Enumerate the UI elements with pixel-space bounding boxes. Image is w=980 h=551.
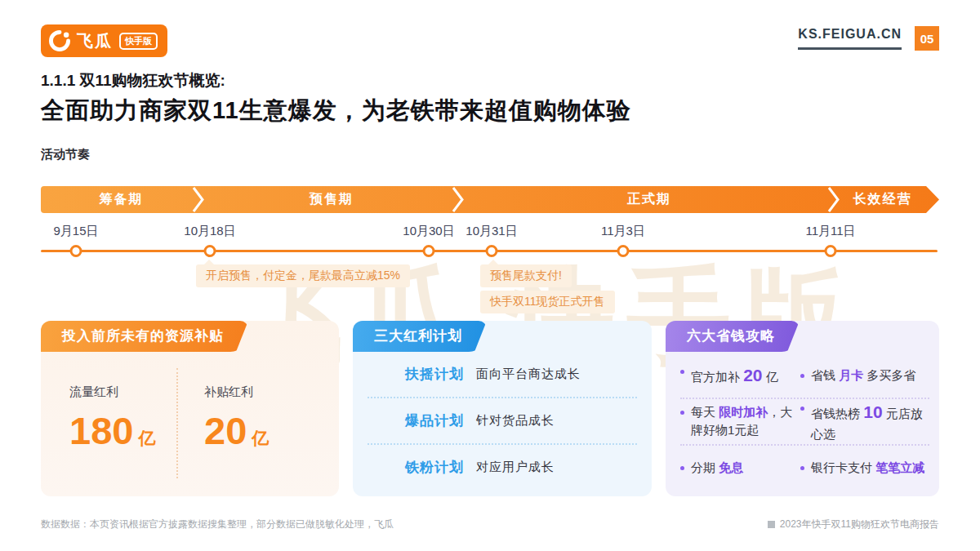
timeline-dot [486,245,498,257]
phase-longterm: 长效经营 [837,186,939,213]
annotation-presale-start: 开启预售，付定金，尾款最高立减15% [196,264,410,287]
bullet-dot-icon [680,370,684,374]
header-right: KS.FEIGUA.CN 05 [798,26,939,51]
footer-report-title: 2023年快手双11购物狂欢节电商报告 [768,518,939,531]
bullet-dot-icon [800,466,804,470]
strategy-item: 官方加补 20 亿 [680,362,795,389]
subsidy-item-subsidy: 补贴红利 20亿 [204,384,269,450]
strategy-accent: 20 [743,366,762,384]
strategy-accent: 10 [863,402,882,421]
timeline-date: 11月11日 [805,224,855,239]
timeline-dot [70,245,82,257]
plan-name: 铁粉计划 [405,458,464,477]
card-resource-subsidy: 投入前所未有的资源补贴 流量红利 180亿 补贴红利 20亿 [41,321,339,496]
timeline-dot [825,245,837,257]
report-page: 飞瓜 快手版 KS.FEIGUA.CN 05 1.1.1 双11购物狂欢节概览:… [0,0,980,551]
plan-desc: 面向平台商达成长 [476,367,581,382]
strategies-grid: 官方加补 20 亿 省钱 月卡 多买多省 每天 限时加补，大牌好物1元起 省钱热… [680,353,929,490]
divider [176,368,178,478]
phase-official: 正式期 [461,186,837,213]
subsidy-label: 流量红利 [69,384,155,400]
strategy-accent: 月卡 [839,368,863,382]
bullet-dot-icon [800,407,804,411]
page-number-badge: 05 [915,26,939,51]
plan-name: 扶摇计划 [405,365,464,384]
footer-report-title-text: 2023年快手双11购物狂欢节电商报告 [780,518,939,531]
page-title: 全面助力商家双11生意爆发，为老铁带来超值购物体验 [41,95,631,127]
logo-version-badge: 快手版 [119,33,158,50]
subsidy-item-traffic: 流量红利 180亿 [69,384,155,450]
phase-separator-chevron [192,186,205,213]
timeline-date: 11月3日 [601,224,645,239]
plan-name: 爆品计划 [405,411,464,430]
annotation-balance-payment: 预售尾款支付! [480,264,572,287]
logo-brand-text: 飞瓜 [77,30,113,52]
bullet-dot-icon [800,374,804,378]
plan-row: 扶摇计划 面向平台商达成长 [368,352,637,398]
subsidy-label: 补贴红利 [204,384,269,400]
timeline-dot [423,245,435,257]
plan-row: 爆品计划 针对货品成长 [368,398,637,445]
strategy-item: 银行卡支付 笔笔立减 [800,459,929,478]
strategy-accent: 限时加补 [719,405,768,419]
phase-preparation: 筹备期 [41,186,202,213]
subsidy-value: 180 [69,409,133,452]
card-bonus-plans: 三大红利计划 扶摇计划 面向平台商达成长 爆品计划 针对货品成长 铁粉计划 对应… [353,321,652,496]
subsidy-value-group: 180亿 [69,411,155,450]
subsection-title: 活动节奏 [41,147,90,162]
plans-list: 扶摇计划 面向平台商达成长 爆品计划 针对货品成长 铁粉计划 对应用户成长 [353,352,652,490]
strategy-text: 亿 [763,370,778,384]
strategy-item: 每天 限时加补，大牌好物1元起 [680,403,795,440]
timeline-date: 10月30日 [403,224,454,239]
timeline-dot [617,245,630,257]
plan-desc: 对应用户成长 [476,460,555,475]
strategy-item: 省钱 月卡 多买多省 [800,367,929,385]
strategy-row: 分期 免息 银行卡支付 笔笔立减 [680,446,929,490]
timeline-dot [204,245,216,257]
strategy-text: 银行卡支付 [811,460,875,474]
subsidy-unit: 亿 [252,429,269,447]
subsidy-value-group: 20亿 [204,411,269,450]
plan-row: 铁粉计划 对应用户成长 [368,445,637,490]
strategy-item: 分期 免息 [680,459,795,478]
subsidy-value: 20 [204,409,247,452]
strategy-item: 省钱热榜 10 元店放心选 [800,399,929,443]
strategy-text: 省钱 [811,368,839,382]
card-bonus-plans-header: 三大红利计划 [353,321,487,352]
subsidy-unit: 亿 [138,429,155,447]
timeline-date: 9月15日 [53,224,98,239]
bullet-dot-icon [680,466,684,470]
phase-separator-chevron [827,186,840,213]
timeline-date: 10月31日 [466,224,517,239]
site-url-link[interactable]: KS.FEIGUA.CN [798,27,902,50]
footer-square-icon [768,521,775,528]
strategy-row: 每天 限时加补，大牌好物1元起 省钱热榜 10 元店放心选 [680,399,929,445]
card-saving-strategies-header: 六大省钱攻略 [666,321,800,352]
strategy-text: 分期 [691,460,719,474]
strategy-accent: 免息 [719,460,743,474]
bullet-dot-icon [680,411,684,415]
strategy-row: 官方加补 20 亿 省钱 月卡 多买多省 [680,353,929,399]
timeline-date: 10月18日 [184,224,235,239]
phase-band: 筹备期 预售期 正式期 长效经营 [41,186,939,213]
footer-data-note: 数据数据：本页资讯根据官方披露数据搜集整理，部分数据已做脱敏化处理，飞瓜 [41,518,394,531]
card-resource-subsidy-header: 投入前所未有的资源补贴 [41,321,248,352]
annotation-official-sale: 快手双11现货正式开售 [480,291,615,313]
strategy-text: 每天 [691,405,719,419]
feigua-swirl-icon [49,30,70,51]
plan-desc: 针对货品成长 [476,413,555,429]
card-saving-strategies: 六大省钱攻略 官方加补 20 亿 省钱 月卡 多买多省 每天 限时加补，大牌好物… [666,321,939,496]
phase-presale: 预售期 [202,186,461,213]
strategy-text: 官方加补 [691,370,743,384]
phase-separator-chevron [452,186,465,213]
section-title: 1.1.1 双11购物狂欢节概览: [41,70,225,91]
feigua-logo: 飞瓜 快手版 [41,24,167,57]
strategy-text: 省钱热榜 [811,407,863,420]
strategy-accent: 笔笔立减 [875,460,924,474]
strategy-text: 多买多省 [863,368,915,382]
